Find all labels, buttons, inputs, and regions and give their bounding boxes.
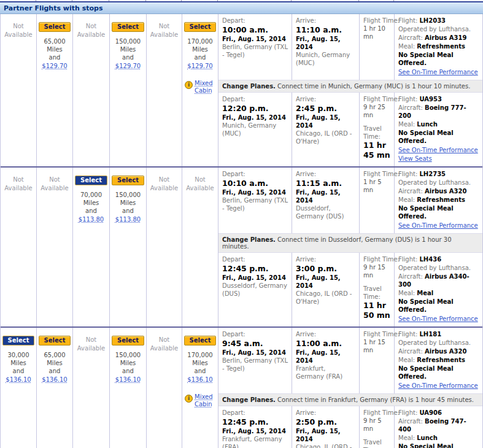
copay-price-link[interactable]: $129.70: [42, 63, 67, 69]
award-option-cell: Not Available: [1, 14, 37, 166]
miles-amount: 150,000 Miles: [115, 191, 141, 206]
depart-label: Depart:: [222, 255, 288, 263]
flight-details-cell: Flight: UA906Aircraft: Boeing 747-400Mea…: [395, 406, 482, 448]
miles-amount: 150,000 Miles: [115, 38, 141, 53]
flight-details-cell: Flight: LH2033Operated by Lufthansa.Airc…: [395, 14, 482, 80]
miles-price: 150,000 Milesand$129.70: [110, 37, 146, 70]
arrive-city: Munich, Germany (MUC): [296, 51, 355, 67]
arrive-date: Fri., Aug. 15, 2014: [296, 35, 355, 51]
on-time-performance-link[interactable]: See On-Time Performance: [398, 382, 478, 390]
copay-price-link[interactable]: $136.10: [42, 376, 67, 383]
miles-price: 150,000 Milesand$113.80: [110, 191, 146, 223]
meal-type: Refreshments: [417, 43, 465, 50]
not-available-label: Not Available: [149, 176, 180, 192]
not-available-label: Not Available: [185, 176, 215, 192]
miles-amount: 170,000 Miles: [187, 352, 212, 366]
flight-number: LH2033: [419, 17, 446, 24]
miles-price: 150,000 Milesand$136.10: [110, 351, 146, 384]
depart-city: Munich, Germany (MUC): [222, 122, 288, 137]
change-planes-bar: Change Planes. Connect time in Dusseldor…: [218, 233, 482, 253]
select-button[interactable]: Select: [184, 22, 217, 32]
flight-segment: Depart:12:45 p.m.Fri., Aug. 15, 2014Duss…: [218, 253, 482, 326]
select-button[interactable]: Select: [112, 176, 144, 185]
award-option-cell: Not Available: [1, 168, 37, 326]
award-option-cell: Select30,000 Milesand$136.10: [1, 328, 37, 448]
depart-cell: Depart:10:10 a.m.Fri., Aug. 15, 2014Berl…: [218, 168, 292, 233]
meal-line: Meal: Lunch: [398, 120, 479, 128]
select-button[interactable]: Select: [2, 336, 35, 346]
flight-time-label: Flight Time:: [363, 409, 390, 417]
operated-by: Operated by Lufthansa.: [398, 339, 479, 347]
and-label: and: [195, 368, 206, 374]
flight-number-line: Flight: LH436: [398, 255, 479, 263]
depart-cell: Depart:12:45 p.m.Fri., Aug. 15, 2014Duss…: [218, 253, 292, 326]
depart-city: Berlin, Germany (TXL - Tegel): [222, 196, 288, 212]
arrive-date: Fri., Aug. 15, 2014: [296, 188, 355, 204]
flight-number-line: Flight: LH2033: [398, 17, 479, 25]
mixed-cabin-link[interactable]: Mixed Cabin: [195, 393, 215, 409]
award-option-cell: Select65,000 Milesand$136.10: [37, 328, 73, 448]
flight-time-cell: Flight Time:9 hr 15 mnTravel Time:11 hr …: [360, 253, 395, 326]
and-label: and: [195, 54, 206, 61]
select-button[interactable]: Select: [39, 336, 71, 346]
page-title: Partner Flights with stops: [4, 4, 102, 12]
flight-details-cell: Flight: LH181Operated by Lufthansa.Aircr…: [395, 328, 482, 393]
aircraft-line: Aircraft: Boeing 777-200: [398, 104, 479, 120]
and-label: and: [85, 207, 97, 214]
flight-segment: Depart:9:45 a.m.Fri., Aug. 15, 2014Berli…: [218, 328, 482, 393]
copay-price-link[interactable]: $136.10: [187, 376, 212, 383]
mixed-cabin-link[interactable]: Mixed Cabin: [195, 80, 215, 95]
arrive-label: Arrive:: [296, 255, 355, 263]
on-time-performance-link[interactable]: See On-Time Performance: [398, 146, 478, 154]
arrive-date: Fri., Aug. 15, 2014: [296, 274, 355, 290]
arrive-city: Chicago, IL (ORD - O'Hare): [296, 443, 355, 448]
on-time-performance-link[interactable]: See On-Time Performance: [398, 315, 478, 323]
select-button[interactable]: Select: [112, 22, 144, 32]
copay-price-link[interactable]: $129.70: [187, 63, 212, 69]
travel-time-value: 11 hr 45 mn: [363, 141, 390, 161]
copay-price-link[interactable]: $136.10: [115, 376, 141, 383]
no-special-meal: No Special Meal Offered.: [398, 298, 479, 314]
flight-number: LH181: [419, 331, 441, 338]
copay-price-link[interactable]: $113.80: [79, 216, 104, 223]
itinerary-row: Select30,000 Milesand$136.10Select65,000…: [1, 328, 482, 448]
select-button[interactable]: Select: [39, 22, 71, 32]
no-special-meal: No Special Meal Offered.: [398, 129, 479, 145]
copay-price-link[interactable]: $129.70: [115, 63, 141, 69]
flight-details-cell: Flight: UA953Aircraft: Boeing 777-200Mea…: [395, 93, 482, 166]
flight-time-label: Flight Time:: [363, 17, 390, 25]
meal-type: Lunch: [417, 434, 438, 441]
operated-by: Operated by Lufthansa.: [398, 25, 479, 33]
meal-type: Meal: [417, 290, 433, 296]
arrive-time: 2:45 p.m.: [296, 104, 355, 114]
change-planes-label: Change Planes.: [222, 236, 276, 243]
aircraft-line: Aircraft: Boeing 747-400: [398, 417, 479, 433]
copay-price-link[interactable]: $113.80: [115, 216, 141, 223]
partner-flights-header: Partner Flights with stops: [0, 1, 483, 14]
flight-time-label: Flight Time:: [363, 330, 390, 338]
on-time-performance-link[interactable]: See On-Time Performance: [398, 222, 478, 230]
segments-area: Depart:9:45 a.m.Fri., Aug. 15, 2014Berli…: [218, 328, 482, 448]
and-label: and: [49, 54, 61, 61]
select-button[interactable]: Select: [184, 336, 217, 346]
flight-time-value: 1 hr 15 mn: [363, 338, 390, 354]
arrive-city: Frankfurt, Germany (FRA): [296, 365, 355, 380]
not-available-label: Not Available: [149, 22, 180, 39]
award-option-cell: Select150,000 Milesand$129.70: [110, 14, 147, 166]
depart-city: Dusseldorf, Germany (DUS): [222, 282, 288, 298]
select-button[interactable]: Select: [75, 176, 107, 185]
itinerary-row: Not AvailableNot AvailableSelect70,000 M…: [1, 168, 482, 328]
depart-time: 9:45 a.m.: [222, 339, 288, 349]
and-label: and: [122, 54, 134, 61]
arrive-label: Arrive:: [296, 330, 355, 338]
select-button[interactable]: Select: [112, 336, 144, 346]
award-option-cell: Not Available: [182, 168, 218, 326]
arrive-label: Arrive:: [296, 409, 355, 417]
segments-area: Depart:10:10 a.m.Fri., Aug. 15, 2014Berl…: [218, 168, 482, 326]
miles-price: 70,000 Milesand$113.80: [73, 191, 109, 223]
copay-price-link[interactable]: $136.10: [6, 376, 31, 383]
meal-type: Refreshments: [417, 357, 465, 363]
view-seats-link[interactable]: View Seats: [398, 155, 432, 163]
on-time-performance-link[interactable]: See On-Time Performance: [398, 68, 478, 76]
flight-segment: Depart:10:00 a.m.Fri., Aug. 15, 2014Berl…: [218, 14, 482, 80]
